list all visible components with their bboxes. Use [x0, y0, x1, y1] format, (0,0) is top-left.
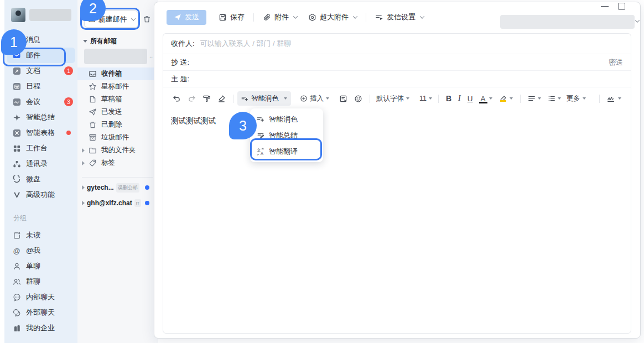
folder-label: 已发送 — [101, 107, 122, 117]
app-window: { "colors": { "annotation_blue": "#3C7BF… — [0, 0, 644, 343]
expand-arrow-icon[interactable] — [82, 201, 85, 205]
sender-account-select[interactable] — [500, 15, 635, 29]
sidebar-item-label: 微盘 — [26, 174, 40, 184]
sidebar-item-internal-chat[interactable]: 内部聊天 — [4, 289, 77, 305]
account-tag: 误删公邮 — [116, 183, 139, 193]
sidebar-item-label: 邮件 — [26, 50, 40, 60]
italic-button[interactable]: I — [455, 91, 464, 106]
sidebar-item-smart-table[interactable]: 智能表格 — [4, 125, 77, 141]
table-icon — [12, 128, 21, 137]
align-button[interactable] — [524, 91, 544, 106]
sidebar-item-workbench[interactable]: 工作台 — [4, 141, 77, 156]
clear-format-button[interactable] — [214, 91, 229, 106]
all-mailboxes-toggle[interactable]: 所有邮箱 — [83, 37, 117, 46]
sidebar-item-label: 内部聊天 — [26, 292, 55, 302]
account-more-dots[interactable]: .. — [149, 52, 153, 59]
more-formats-button[interactable]: 更多 — [564, 94, 588, 103]
to-field[interactable]: 收件人: 可以输入联系人 / 部门 / 群聊 — [163, 34, 631, 54]
sidebar-item-label: 外部聊天 — [26, 308, 55, 318]
inbox-icon — [89, 70, 97, 78]
body-text: 测试测试测试 — [171, 117, 216, 125]
sidebar-item-docs[interactable]: 文档 1 — [4, 63, 77, 79]
ai-summary-icon — [257, 132, 264, 139]
sidebar-item-ai-summary[interactable]: 智能总结 — [4, 110, 77, 125]
sidebar-item-meeting[interactable]: 会议 3 — [4, 94, 77, 110]
font-color-button[interactable]: A — [476, 91, 496, 106]
sidebar-item-single-chat[interactable]: 单聊 — [4, 258, 77, 274]
account-row-ghh[interactable]: ghh@xlfz.chat rr — [77, 196, 158, 210]
cc-field[interactable]: 抄 送: 密送 — [163, 54, 631, 71]
sidebar-item-label: 会议 — [26, 97, 40, 107]
drive-icon — [12, 175, 21, 184]
undo-button[interactable] — [169, 91, 184, 106]
attachment-button[interactable]: 附件 — [263, 12, 297, 22]
bold-button[interactable]: B — [443, 91, 455, 106]
folder-starred[interactable]: 星标邮件 — [77, 80, 158, 93]
format-painter-button[interactable] — [199, 91, 214, 106]
send-button[interactable]: 发送 — [167, 10, 206, 25]
sidebar-item-drive[interactable]: 微盘 — [4, 172, 77, 187]
caret-down-icon — [406, 97, 409, 100]
subject-field[interactable]: 主 题: — [163, 71, 631, 87]
minimize-button[interactable] — [601, 6, 609, 7]
divider — [599, 95, 600, 103]
v-logo-icon — [12, 190, 21, 199]
sidebar-item-at-me[interactable]: @ @我 — [4, 243, 77, 258]
sidebar-item-external-chat[interactable]: 外部聊天 — [4, 305, 77, 320]
list-button[interactable] — [544, 91, 564, 106]
sidebar-item-my-company[interactable]: 我的企业 — [4, 320, 77, 336]
folder-my-folders[interactable]: 我的文件夹 — [77, 144, 158, 157]
bcc-link[interactable]: 密送 — [609, 58, 623, 67]
folder-sent[interactable]: 已发送 — [77, 106, 158, 118]
emoji-button[interactable] — [351, 91, 366, 106]
sidebar-item-group-chat[interactable]: 群聊 — [4, 274, 77, 289]
maximize-button[interactable] — [618, 3, 625, 10]
sidebar-item-unread[interactable]: 未读 — [4, 227, 77, 243]
group-list: 未读 @ @我 单聊 群聊 内部聊 — [4, 227, 77, 336]
font-family-select[interactable]: 默认字体 — [374, 94, 412, 103]
template-button[interactable] — [336, 91, 351, 106]
account-row-gytech[interactable]: gytech... 误删公邮 — [77, 180, 158, 195]
svg-text:A: A — [261, 151, 263, 155]
folder-junk[interactable]: 垃圾邮件 — [77, 131, 158, 144]
highlight-button[interactable] — [496, 91, 516, 106]
sidebar-item-advanced[interactable]: 高级功能 — [4, 187, 77, 202]
divider — [82, 177, 153, 178]
redo-button[interactable] — [184, 91, 199, 106]
folder-label: 草稿箱 — [101, 95, 122, 104]
sidebar-item-contacts[interactable]: 通讯录 — [4, 156, 77, 172]
large-attachment-button[interactable]: 超大附件 — [308, 12, 357, 22]
folder-deleted[interactable]: 已删除 — [77, 118, 158, 131]
profile[interactable] — [4, 0, 77, 27]
send-settings-button[interactable]: 发信设置 — [375, 12, 424, 22]
signature-button[interactable] — [604, 91, 625, 106]
expand-arrow-icon[interactable] — [82, 185, 85, 190]
folder-tags[interactable]: 标签 — [77, 157, 158, 169]
expand-arrow-icon[interactable] — [82, 148, 85, 153]
font-size-select[interactable]: 11 — [417, 95, 434, 102]
underline-button[interactable]: U — [464, 91, 476, 106]
caret-down-icon — [618, 97, 621, 100]
org-tree-icon — [12, 159, 21, 168]
sidebar-item-calendar[interactable]: 日程 — [4, 79, 77, 94]
insert-button[interactable]: 插入 — [298, 94, 331, 103]
menu-item-ai-summary[interactable]: 智能总结 — [250, 127, 323, 143]
expand-arrow-icon[interactable] — [82, 161, 85, 165]
save-icon — [219, 13, 227, 22]
delete-mail-button[interactable] — [143, 15, 151, 23]
account-tag: rr — [134, 199, 141, 207]
sidebar-item-label: @我 — [26, 246, 40, 256]
folder-drafts[interactable]: 草稿箱 — [77, 93, 158, 106]
document-icon — [12, 66, 21, 75]
save-button[interactable]: 保存 — [219, 12, 245, 22]
folder-inbox[interactable]: 收件箱 — [77, 67, 158, 80]
sidebar-item-label: 文档 — [26, 66, 40, 76]
avatar[interactable] — [11, 8, 25, 22]
menu-item-ai-polish[interactable]: 智能润色 — [250, 111, 323, 127]
ai-polish-button[interactable]: 智能润色 — [237, 91, 291, 106]
chat-dots-icon — [12, 293, 21, 302]
caret-down-icon — [429, 97, 432, 100]
menu-item-ai-translate[interactable]: 文A 智能翻译 — [250, 143, 323, 159]
plus-circle-icon — [300, 95, 308, 102]
account-name-redacted[interactable] — [84, 49, 147, 64]
